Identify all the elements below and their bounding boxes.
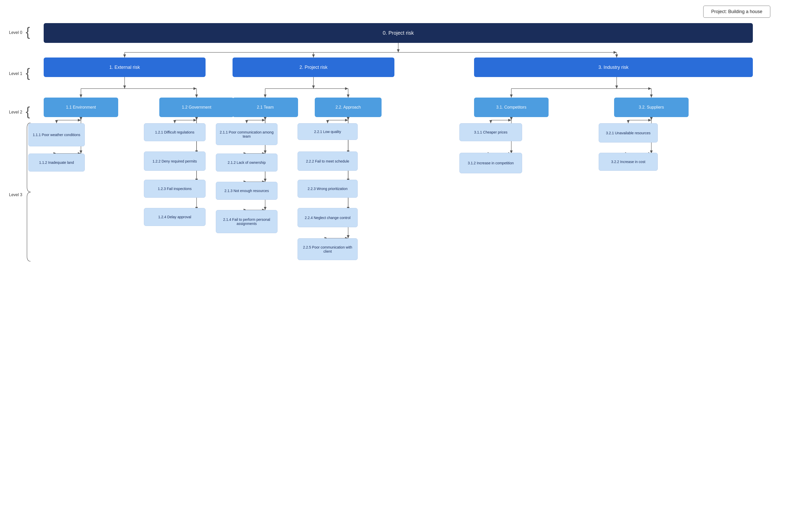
n214-node: 2.1.4 Fail to perform personal assignmen…: [216, 210, 277, 233]
n222-node: 2.2.2 Fail to meet schedule: [298, 151, 358, 171]
industry-risk-node: 3. Industry risk: [474, 58, 753, 77]
n321-node: 3.2.1 Unavailable resources: [599, 123, 658, 142]
n121-node: 1.2.1 Difficult regulations: [144, 123, 206, 141]
suppliers-node: 3.2. Suppliers: [614, 98, 689, 117]
approach-node: 2.2. Approach: [315, 98, 382, 117]
n111-node: 1.1.1 Poor weather conditions: [28, 123, 85, 146]
external-risk-node: 1. External risk: [44, 58, 206, 77]
n123-node: 1.2.3 Fail inspections: [144, 180, 206, 198]
n112-node: 1.1.2 Inadequate land: [28, 154, 85, 172]
n311-node: 3.1.1 Cheaper prices: [459, 123, 522, 141]
level1-brace: {: [26, 65, 30, 80]
level0-label: Level 0: [9, 30, 22, 35]
environment-node: 1.1 Environment: [44, 98, 118, 117]
n322-node: 3.2.2 Increase in cost: [599, 153, 658, 171]
n122-node: 1.2.2 Deny required permits: [144, 151, 206, 171]
level2-label: Level 2: [9, 110, 22, 115]
level1-label: Level 1: [9, 71, 22, 76]
project-label: Project: Building a house: [703, 6, 770, 18]
n224-node: 2.2.4 Neglect change control: [298, 208, 358, 227]
n312-node: 3.1.2 Increase in competition: [459, 153, 522, 173]
team-node: 2.1 Team: [233, 98, 298, 117]
root-node: 0. Project risk: [44, 23, 753, 43]
n221-node: 2.2.1 Low quality: [298, 123, 358, 140]
n211-node: 2.1.1 Poor communication among team: [216, 123, 277, 145]
n213-node: 2.1.3 Not enough resources: [216, 182, 277, 200]
n225-node: 2.2.5 Poor communication with client: [298, 238, 358, 260]
n124-node: 1.2.4 Delay approval: [144, 208, 206, 226]
competitors-node: 3.1. Competitors: [474, 98, 549, 117]
level2-brace: {: [26, 104, 30, 119]
n223-node: 2.2.3 Wrong prioritization: [298, 180, 358, 198]
n212-node: 2.1.2 Lack of ownership: [216, 154, 277, 172]
government-node: 1.2 Government: [159, 98, 234, 117]
level0-brace: {: [26, 24, 30, 39]
level3-label: Level 3: [9, 193, 22, 197]
project-risk-node: 2. Project risk: [233, 58, 394, 77]
